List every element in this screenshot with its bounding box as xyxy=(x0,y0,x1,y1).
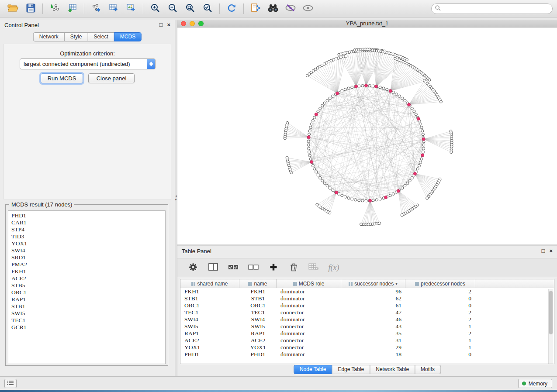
mcds-result-list: PHD1CAR1STP4TID3YOX1SWI4SRD1PMA2FKH1ACE2… xyxy=(8,210,166,364)
binoculars-button[interactable] xyxy=(264,2,282,16)
mcds-result-item[interactable]: GCR1 xyxy=(8,324,165,331)
cell: PHD1 xyxy=(180,351,239,358)
save-session-button[interactable] xyxy=(22,2,39,16)
mcds-result-item[interactable]: YOX1 xyxy=(8,240,165,247)
zoom-in-icon xyxy=(150,3,160,14)
mcds-result-item[interactable]: RAP1 xyxy=(8,296,165,303)
table-row[interactable]: YOX1YOX1connector291 xyxy=(180,344,554,351)
column-header-name[interactable]: name xyxy=(239,279,277,288)
memory-button[interactable]: Memory xyxy=(518,379,552,388)
mcds-result-item[interactable]: PMA2 xyxy=(8,261,165,268)
status-menu-button[interactable] xyxy=(4,379,17,388)
table-settings-button[interactable] xyxy=(186,261,200,275)
zoom-fit-icon xyxy=(185,3,195,14)
function-builder-button[interactable]: f(x) xyxy=(327,261,341,275)
cell: 1 xyxy=(405,337,475,344)
search-input[interactable] xyxy=(443,5,549,12)
run-mcds-button[interactable]: Run MCDS xyxy=(41,73,83,83)
splitter-handle-icon[interactable]: ◂▸ xyxy=(175,194,177,201)
import-table-button[interactable] xyxy=(63,2,81,16)
mcds-result-item[interactable]: PHD1 xyxy=(8,212,165,219)
status-bar: Memory xyxy=(0,376,557,390)
mcds-result-item[interactable]: FKH1 xyxy=(8,268,165,275)
memory-label: Memory xyxy=(529,381,547,387)
mcds-result-item[interactable]: STB5 xyxy=(8,282,165,289)
mcds-result-item[interactable]: SWI5 xyxy=(8,310,165,317)
cell: FKH1 xyxy=(180,288,239,295)
cell: ORC1 xyxy=(239,302,277,309)
deselect-all-button[interactable] xyxy=(246,261,260,275)
cell: connector xyxy=(277,309,341,316)
cell: 46 xyxy=(341,316,405,323)
mcds-result-item[interactable]: TEC1 xyxy=(8,317,165,324)
table-row[interactable]: TEC1TEC1connector472 xyxy=(180,309,554,316)
table-scrollbar[interactable] xyxy=(548,289,553,364)
mcds-result-item[interactable]: ORC1 xyxy=(8,289,165,296)
show-hide-button[interactable] xyxy=(299,2,317,16)
sort-arrow-icon: ▾ xyxy=(395,282,398,286)
column-type-icon xyxy=(248,282,252,286)
optimization-criterion-select[interactable]: largest connected component (undirected) xyxy=(20,58,156,69)
close-panel-button[interactable]: Close panel xyxy=(88,73,135,83)
network-canvas[interactable] xyxy=(177,28,557,244)
export-network-button[interactable] xyxy=(87,2,105,16)
table-row[interactable]: FKH1FKH1dominator962 xyxy=(180,288,554,295)
table-row[interactable]: ORC1ORC1dominator610 xyxy=(180,302,554,309)
tab-network-table[interactable]: Network Table xyxy=(370,365,415,374)
zoom-selected-button[interactable] xyxy=(199,2,216,16)
delete-column-button[interactable] xyxy=(287,261,301,275)
close-panel-icon[interactable]: × xyxy=(167,22,170,28)
share-document-button[interactable] xyxy=(247,2,264,16)
zoom-out-button[interactable] xyxy=(164,2,181,16)
tab-style[interactable]: Style xyxy=(64,32,88,41)
cell: RAP1 xyxy=(180,330,239,337)
column-header-predecessor-nodes[interactable]: predecessor nodes xyxy=(405,279,475,288)
open-session-button[interactable] xyxy=(4,2,22,16)
mcds-result-item[interactable]: STB1 xyxy=(8,303,165,310)
tab-motifs[interactable]: Motifs xyxy=(415,365,441,374)
mcds-result-item[interactable]: STP4 xyxy=(8,226,165,233)
import-network-button[interactable] xyxy=(46,2,63,16)
create-column-button[interactable] xyxy=(266,261,280,275)
float-panel-icon[interactable]: □ xyxy=(542,248,545,254)
table-row[interactable]: SWI4SWI4dominator462 xyxy=(180,316,554,323)
close-panel-icon[interactable]: × xyxy=(549,248,553,254)
table-row[interactable]: SWI5SWI5connector431 xyxy=(180,323,554,330)
table-row[interactable]: ACE2ACE2connector311 xyxy=(180,337,554,344)
tab-network[interactable]: Network xyxy=(33,32,65,41)
cell: 0 xyxy=(405,302,475,309)
column-header-shared-name[interactable]: shared name xyxy=(180,279,239,288)
cell: dominator xyxy=(277,316,341,323)
graphics-details-icon xyxy=(285,4,296,13)
column-header-successor-nodes[interactable]: successor nodes▾ xyxy=(341,279,405,288)
delete-table-button[interactable] xyxy=(307,261,321,275)
export-table-button[interactable] xyxy=(105,2,122,16)
mcds-result-item[interactable]: SRD1 xyxy=(8,254,165,261)
mcds-result-item[interactable]: CAR1 xyxy=(8,219,165,226)
float-panel-icon[interactable]: □ xyxy=(159,22,163,28)
refresh-layout-button[interactable] xyxy=(223,2,240,16)
select-all-button[interactable] xyxy=(226,261,240,275)
cell: ORC1 xyxy=(180,302,239,309)
show-columns-button[interactable] xyxy=(206,261,220,275)
scrollbar-thumb[interactable] xyxy=(549,291,553,334)
tab-edge-table[interactable]: Edge Table xyxy=(332,365,370,374)
mcds-result-group: MCDS result (17 nodes) PHD1CAR1STP4TID3Y… xyxy=(5,204,168,366)
table-row[interactable]: STB1STB1dominator620 xyxy=(180,295,554,302)
table-row[interactable]: RAP1RAP1dominator352 xyxy=(180,330,554,337)
graphics-details-button[interactable] xyxy=(282,2,299,16)
fx-icon: f(x) xyxy=(329,263,339,272)
export-image-button[interactable] xyxy=(122,2,140,16)
mcds-result-item[interactable]: TID3 xyxy=(8,233,165,240)
table-row[interactable]: PHD1PHD1dominator180 xyxy=(180,351,554,358)
zoom-in-button[interactable] xyxy=(146,2,164,16)
tab-mcds[interactable]: MCDS xyxy=(114,32,142,41)
mcds-result-item[interactable]: SWI4 xyxy=(8,247,165,254)
tab-select[interactable]: Select xyxy=(88,32,114,41)
table-panel-header: Table Panel □ × xyxy=(177,246,557,256)
tab-node-table[interactable]: Node Table xyxy=(294,365,332,374)
zoom-fit-button[interactable] xyxy=(181,2,199,16)
column-header-mcds-role[interactable]: MCDS role xyxy=(277,279,341,288)
table-panel: Table Panel □ × xyxy=(177,246,557,376)
mcds-result-item[interactable]: ACE2 xyxy=(8,275,165,282)
